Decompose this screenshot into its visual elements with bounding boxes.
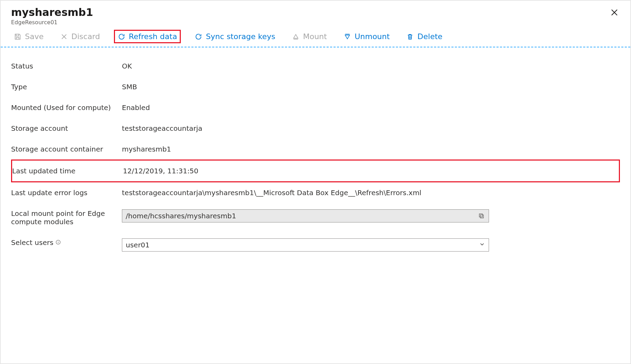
status-label: Status [11,62,122,70]
close-icon [610,8,619,17]
row-status: Status OK [11,56,620,76]
mount-label: Mount [303,32,327,41]
row-last-updated: Last updated time 12/12/2019, 11:31:50 [11,160,620,182]
sync-label: Sync storage keys [206,32,275,41]
mount-icon [292,33,300,40]
copy-icon [478,213,485,219]
sync-icon [195,33,202,40]
select-users-value: user01 [126,241,150,249]
storage-account-value: teststorageaccountarja [122,124,620,133]
row-storage-account: Storage account teststorageaccountarja [11,118,620,139]
save-icon [14,33,21,40]
page-title: mysharesmb1 [11,6,93,19]
share-details-panel: mysharesmb1 EdgeResource01 Save Discard [0,0,631,364]
status-value: OK [122,62,620,70]
row-error-logs: Last update error logs teststorageaccoun… [11,182,620,203]
storage-account-label: Storage account [11,124,122,133]
mount-point-value: /home/hcsshares/mysharesmb1 [126,212,236,220]
type-value: SMB [122,83,620,91]
save-button: Save [11,31,46,42]
container-label: Storage account container [11,145,122,153]
row-select-users: Select users user01 [11,232,620,258]
sync-storage-keys-button[interactable]: Sync storage keys [192,31,278,42]
mount-point-label: Local mount point for Edge compute modul… [11,209,122,226]
copy-mount-point-button[interactable] [478,212,485,220]
discard-icon [60,33,68,40]
type-label: Type [11,83,122,91]
discard-button: Discard [57,31,103,42]
svg-point-3 [58,241,58,242]
toolbar: Save Discard Refresh data Sync storage k… [1,27,630,47]
close-button[interactable] [609,7,620,18]
select-users-label: Select users [11,238,53,247]
unmount-button[interactable]: Unmount [341,31,392,42]
refresh-icon [118,33,125,40]
mount-point-field: /home/hcsshares/mysharesmb1 [122,209,489,222]
error-logs-label: Last update error logs [11,189,122,197]
delete-label: Delete [417,32,442,41]
row-mount-point: Local mount point for Edge compute modul… [11,203,620,232]
row-type: Type SMB [11,76,620,97]
mounted-value: Enabled [122,103,620,112]
unmount-icon [344,33,351,40]
unmount-label: Unmount [355,32,390,41]
select-users-dropdown[interactable]: user01 [122,238,489,252]
last-updated-label: Last updated time [12,167,123,175]
delete-button[interactable]: Delete [403,31,445,42]
refresh-label: Refresh data [129,32,177,41]
mounted-label: Mounted (Used for compute) [11,103,122,112]
chevron-down-icon [479,241,485,249]
row-container: Storage account container mysharesmb1 [11,139,620,160]
discard-label: Discard [71,32,100,41]
last-updated-value: 12/12/2019, 11:31:50 [123,167,619,175]
refresh-data-button[interactable]: Refresh data [114,30,181,43]
content-area: Status OK Type SMB Mounted (Used for com… [1,47,630,266]
svg-rect-0 [480,215,483,218]
mount-button: Mount [289,31,330,42]
svg-rect-1 [479,214,482,217]
container-value: mysharesmb1 [122,145,620,153]
error-logs-value: teststorageaccountarja\mysharesmb1\__Mic… [122,189,620,197]
page-subtitle: EdgeResource01 [11,19,93,26]
save-label: Save [25,32,44,41]
panel-header: mysharesmb1 EdgeResource01 [1,1,630,27]
info-icon[interactable] [55,238,61,247]
row-mounted: Mounted (Used for compute) Enabled [11,97,620,118]
delete-icon [406,33,414,40]
